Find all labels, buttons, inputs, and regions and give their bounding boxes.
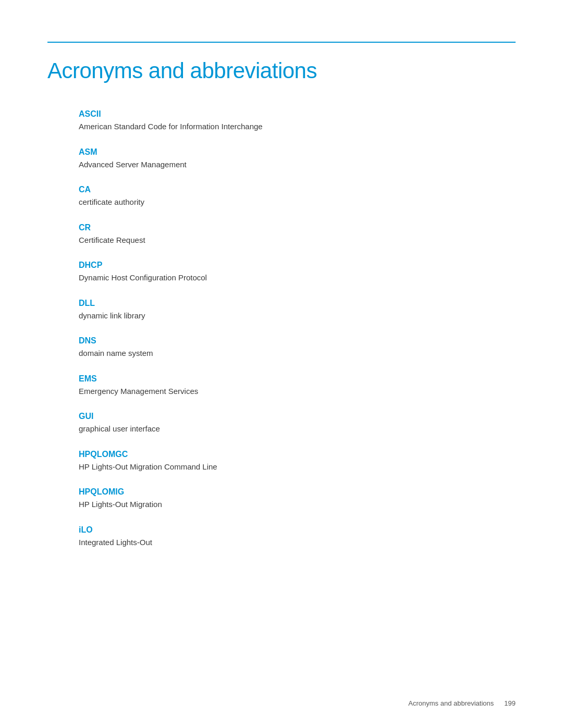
- acronym-definition: Emergency Management Services: [79, 386, 516, 398]
- footer-label: Acronyms and abbreviations: [408, 699, 494, 707]
- acronym-entry: CRCertificate Request: [79, 223, 516, 246]
- page-title: Acronyms and abbreviations: [47, 58, 516, 83]
- acronym-definition: Advanced Server Management: [79, 159, 516, 171]
- acronym-definition: dynamic link library: [79, 310, 516, 322]
- acronym-definition: HP Lights-Out Migration Command Line: [79, 461, 516, 473]
- acronym-definition: American Standard Code for Information I…: [79, 121, 516, 133]
- acronym-definition: Dynamic Host Configuration Protocol: [79, 272, 516, 284]
- acronym-list: ASCIIAmerican Standard Code for Informat…: [47, 109, 516, 548]
- acronym-term: EMS: [79, 374, 516, 384]
- acronym-entry: EMSEmergency Management Services: [79, 374, 516, 398]
- acronym-entry: HPQLOMGCHP Lights-Out Migration Command …: [79, 450, 516, 473]
- acronym-entry: ASMAdvanced Server Management: [79, 147, 516, 171]
- acronym-term: ASM: [79, 147, 516, 157]
- acronym-entry: iLOIntegrated Lights-Out: [79, 525, 516, 549]
- acronym-definition: domain name system: [79, 348, 516, 360]
- acronym-term: HPQLOMGC: [79, 450, 516, 459]
- acronym-entry: ASCIIAmerican Standard Code for Informat…: [79, 109, 516, 133]
- acronym-term: CR: [79, 223, 516, 232]
- acronym-definition: graphical user interface: [79, 423, 516, 435]
- acronym-term: DHCP: [79, 261, 516, 270]
- acronym-definition: Certificate Request: [79, 235, 516, 246]
- page-footer: Acronyms and abbreviations 199: [408, 699, 516, 707]
- acronym-term: GUI: [79, 412, 516, 421]
- acronym-term: CA: [79, 185, 516, 194]
- acronym-entry: GUIgraphical user interface: [79, 412, 516, 435]
- acronym-definition: Integrated Lights-Out: [79, 537, 516, 549]
- acronym-entry: DHCPDynamic Host Configuration Protocol: [79, 261, 516, 284]
- acronym-term: HPQLOMIG: [79, 487, 516, 497]
- acronym-definition: HP Lights-Out Migration: [79, 499, 516, 511]
- acronym-term: DLL: [79, 299, 516, 308]
- acronym-entry: CAcertificate authority: [79, 185, 516, 208]
- acronym-term: ASCII: [79, 109, 516, 119]
- acronym-entry: HPQLOMIGHP Lights-Out Migration: [79, 487, 516, 511]
- acronym-definition: certificate authority: [79, 196, 516, 208]
- page-container: Acronyms and abbreviations ASCIIAmerican…: [0, 0, 563, 604]
- acronym-entry: DLLdynamic link library: [79, 299, 516, 322]
- footer-page-number: 199: [504, 699, 516, 707]
- acronym-entry: DNSdomain name system: [79, 336, 516, 360]
- acronym-term: iLO: [79, 525, 516, 535]
- acronym-term: DNS: [79, 336, 516, 346]
- top-rule: [47, 42, 516, 43]
